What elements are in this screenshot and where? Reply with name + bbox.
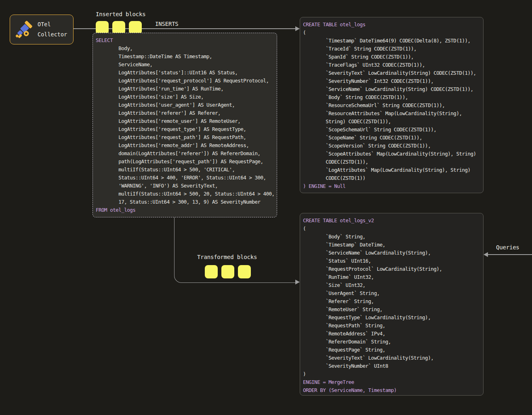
code-line: `Referer` String, — [303, 297, 482, 305]
code-line: 'WARNING', 'INFO') AS SeverityText, — [96, 182, 275, 190]
code-line: `Size` UInt32, — [303, 281, 482, 289]
code-line: Status::UInt64 > 400, 'ERROR', Status::U… — [96, 174, 275, 182]
code-line: ServiceName, — [96, 61, 275, 69]
code-line: LogAttributes['remote_addr'] AS RemoteAd… — [96, 141, 275, 150]
code-line: `ResourceSchemaUrl` String CODEC(ZSTD(1)… — [303, 101, 482, 110]
otel-collector-node: OTelCollector — [10, 15, 74, 44]
code-line: CODEC(ZSTD(1)), — [303, 158, 482, 166]
create-table-otel-logs-v2-block: CREATE TABLE otel_logs_v2( `Body` String… — [300, 213, 484, 396]
code-line: SELECT — [96, 36, 275, 44]
code-line: `Body` String, — [303, 233, 482, 241]
otel-collector-label: OTelCollector — [38, 19, 67, 40]
code-line: `SeverityNumber` UInt8 — [303, 362, 482, 370]
code-line: CREATE TABLE otel_logs — [303, 21, 482, 29]
code-line: Body, — [96, 44, 275, 53]
transformed-block-square — [205, 265, 218, 278]
code-line: LogAttributes['run_time'] AS RunTime, — [96, 85, 275, 93]
code-line: domain(LogAttributes['referer']) AS Refe… — [96, 150, 275, 158]
select-query-block: SELECT Body, Timestamp::DateTime AS Time… — [93, 33, 277, 217]
transformed-blocks-group — [205, 265, 251, 278]
code-line: `LogAttributes` Map(LowCardinality(Strin… — [303, 166, 482, 174]
code-line: `Timestamp` DateTime, — [303, 241, 482, 249]
code-line: String) CODEC(ZSTD(1)), — [303, 118, 482, 126]
inserted-blocks-label: Inserted blocks — [96, 11, 145, 17]
code-line: `RefererDomain` String, — [303, 338, 482, 346]
transformed-block-square — [221, 265, 234, 278]
code-line: multiIf(Status::UInt64 > 500, 'CRITICAL'… — [96, 166, 275, 174]
code-line: `ScopeVersion` String CODEC(ZSTD(1)), — [303, 142, 482, 150]
code-line: CREATE TABLE otel_logs_v2 — [303, 217, 482, 225]
code-line: path(LogAttributes['request_path']) AS R… — [96, 158, 275, 166]
telescope-icon — [14, 19, 36, 42]
code-line: `TraceId` String CODEC(ZSTD(1)), — [303, 45, 482, 53]
code-line: `ScopeAttributes` Map(LowCardinality(Str… — [303, 150, 482, 158]
code-line: `RequestPage` String, — [303, 346, 482, 354]
code-line: LogAttributes['referer'] AS Referer, — [96, 109, 275, 117]
code-line: `SeverityText` LowCardinality(String), — [303, 354, 482, 362]
code-line: `RemoteAddress` IPv4, — [303, 330, 482, 338]
code-line: LogAttributes['request_type'] AS Request… — [96, 125, 275, 133]
code-line: `TraceFlags` UInt32 CODEC(ZSTD(1)), — [303, 61, 482, 69]
code-line: LogAttributes['request_protocol'] AS Req… — [96, 77, 275, 85]
code-line: `SeverityNumber` Int32 CODEC(ZSTD(1)), — [303, 77, 482, 85]
code-line: LogAttributes['status']::UInt16 AS Statu… — [96, 69, 275, 77]
diagram-canvas: OTelCollector Inserted blocks INSERTS SE… — [0, 0, 532, 415]
code-line: `ServiceName` LowCardinality(String), — [303, 249, 482, 257]
code-line: LogAttributes['remote_user'] AS RemoteUs… — [96, 117, 275, 125]
code-line: `ResourceAttributes` Map(LowCardinality(… — [303, 110, 482, 118]
code-line: `UserAgent` String, — [303, 289, 482, 297]
code-line: `Body` String CODEC(ZSTD(1)), — [303, 93, 482, 101]
code-line: `RequestProtocol` LowCardinality(String)… — [303, 265, 482, 273]
code-line: ) — [303, 370, 482, 378]
code-line: `ScopeSchemaUrl` String CODEC(ZSTD(1)), — [303, 126, 482, 134]
code-line: `SpanId` String CODEC(ZSTD(1)), — [303, 53, 482, 61]
code-line: `ScopeName` String CODEC(ZSTD(1)), — [303, 134, 482, 142]
code-line: ENGINE = MergeTree — [303, 378, 482, 386]
code-line: `Timestamp` DateTime64(9) CODEC(Delta(8)… — [303, 37, 482, 45]
code-line: ORDER BY (ServiceName, Timestamp) — [303, 386, 482, 394]
code-line: Timestamp::DateTime AS Timestamp, — [96, 53, 275, 61]
queries-arrowhead-icon — [484, 252, 488, 257]
code-line: `RemoteUser` String, — [303, 305, 482, 314]
code-line: `Status` UInt16, — [303, 257, 482, 265]
create-table-otel-logs-block: CREATE TABLE otel_logs( `Timestamp` Date… — [300, 17, 484, 193]
code-line: ) ENGINE = Null — [303, 182, 482, 190]
code-line: multiIf(Status::UInt64 > 500, 20, Status… — [96, 190, 275, 198]
queries-label: Queries — [496, 244, 519, 251]
code-line: ( — [303, 225, 482, 233]
code-line: LogAttributes['request_path'] AS Request… — [96, 133, 275, 141]
inserts-arrowhead-icon — [295, 26, 300, 31]
code-line: LogAttributes['size'] AS Size, — [96, 93, 275, 101]
transformed-block-square — [238, 265, 251, 278]
transform-arrowhead-icon — [295, 280, 300, 284]
code-line: FROM otel_logs — [96, 206, 275, 214]
code-line: `RequestPath` String, — [303, 322, 482, 330]
code-line: `SeverityText` LowCardinality(String) CO… — [303, 69, 482, 77]
otel-collector-line2: Collector — [38, 31, 67, 38]
code-line: ( — [303, 29, 482, 37]
code-line: `RequestType` LowCardinality(String), — [303, 314, 482, 322]
code-line: `RunTime` UInt32, — [303, 273, 482, 281]
transformed-blocks-label: Transformed blocks — [197, 254, 257, 260]
inserts-label: INSERTS — [155, 21, 179, 27]
otel-collector-line1: OTel — [38, 21, 51, 27]
code-line: `ServiceName` LowCardinality(String) COD… — [303, 85, 482, 93]
queries-arrow-line — [488, 254, 532, 255]
code-line: CODEC(ZSTD(1)) — [303, 174, 482, 182]
code-line: LogAttributes['user_agent'] AS UserAgent… — [96, 101, 275, 109]
code-line: 17, Status::UInt64 > 300, 13, 9) AS Seve… — [96, 198, 275, 206]
